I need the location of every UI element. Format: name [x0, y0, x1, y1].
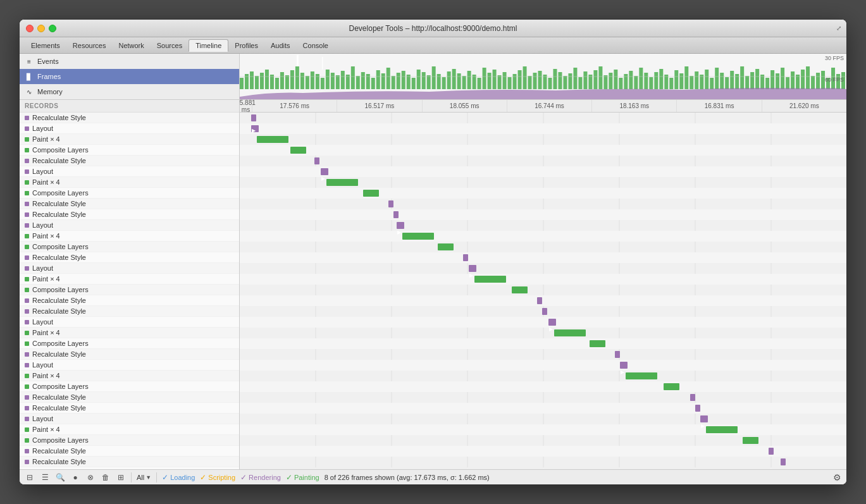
svg-rect-140 — [240, 338, 846, 349]
legend-loading[interactable]: ✓ Loading — [162, 473, 195, 482]
record-row-31: Recalculate Style — [20, 446, 239, 457]
svg-rect-48 — [473, 75, 476, 89]
record-dot-28 — [25, 417, 29, 421]
svg-rect-114 — [806, 66, 810, 89]
minimize-button[interactable] — [37, 25, 45, 32]
svg-text:▶: ▶ — [252, 128, 256, 133]
filter-select[interactable]: All ▼ — [137, 474, 151, 481]
search-icon[interactable]: 🔍 — [55, 472, 65, 482]
svg-rect-43 — [447, 71, 451, 89]
svg-rect-3 — [245, 74, 249, 89]
svg-rect-20 — [331, 73, 335, 89]
svg-rect-154 — [326, 179, 358, 186]
filter-arrow-icon: ▼ — [145, 474, 151, 481]
svg-rect-182 — [706, 426, 738, 433]
svg-rect-30 — [381, 73, 385, 89]
svg-rect-75 — [609, 73, 612, 89]
record-dot-14 — [25, 266, 29, 271]
detail-icon[interactable]: ⊞ — [116, 472, 126, 482]
record-row-15: Paint × 4 — [20, 274, 239, 285]
timeline-rows[interactable]: ▶ ▶ — [240, 113, 846, 469]
record-dot-20 — [25, 331, 29, 335]
tab-sources[interactable]: Sources — [151, 40, 189, 51]
svg-rect-79 — [629, 71, 633, 89]
svg-rect-51 — [488, 73, 492, 89]
call-stack-icon[interactable]: ☰ — [40, 472, 50, 482]
record-row-9: Recalculate Style — [20, 209, 239, 220]
close-button[interactable] — [26, 25, 34, 32]
view-mode-memory[interactable]: ∿ Memory — [20, 84, 239, 99]
legend-rendering-label: Rendering — [249, 474, 281, 481]
svg-rect-40 — [432, 66, 436, 89]
legend-painting[interactable]: ✓ Painting — [286, 473, 319, 482]
svg-rect-71 — [588, 75, 592, 89]
gear-icon[interactable]: ⚙ — [833, 472, 841, 482]
svg-rect-52 — [493, 70, 497, 89]
svg-rect-77 — [619, 78, 622, 89]
record-label-19: Layout — [32, 318, 53, 326]
svg-rect-98 — [725, 77, 729, 89]
tab-profiles[interactable]: Profiles — [228, 40, 264, 51]
record-label-13: Recalculate Style — [32, 254, 86, 261]
record-label-1: Layout — [32, 125, 53, 132]
svg-rect-163 — [469, 265, 476, 272]
record-label-17: Recalculate Style — [32, 297, 86, 304]
clear-icon[interactable]: 🗑 — [101, 472, 111, 482]
record-row-20: Paint × 4 — [20, 328, 239, 338]
tab-elements[interactable]: Elements — [25, 40, 66, 51]
svg-rect-73 — [598, 66, 602, 89]
record-dot-18 — [25, 309, 29, 314]
record-label-30: Composite Layers — [32, 436, 89, 444]
tab-console[interactable]: Console — [297, 40, 335, 51]
tab-network[interactable]: Network — [112, 40, 150, 51]
svg-rect-169 — [548, 319, 556, 326]
stop-icon[interactable]: ⊗ — [85, 472, 96, 482]
legend-rendering[interactable]: ✓ Rendering — [240, 473, 281, 482]
svg-rect-166 — [512, 286, 528, 293]
svg-rect-28 — [371, 78, 375, 89]
svg-rect-97 — [720, 73, 724, 89]
timeline-content: 15.881 ms 17.576 ms 16.517 ms 18.055 ms … — [240, 100, 846, 469]
svg-rect-65 — [558, 72, 562, 89]
svg-rect-25 — [356, 76, 360, 89]
painting-check-icon: ✓ — [286, 473, 292, 482]
svg-rect-108 — [776, 73, 779, 89]
tab-audits[interactable]: Audits — [264, 40, 297, 51]
svg-rect-143 — [240, 403, 846, 414]
svg-rect-149 — [257, 136, 288, 143]
svg-rect-167 — [537, 297, 542, 304]
expand-icon[interactable]: ⤢ — [836, 25, 841, 32]
record-dot-30 — [25, 438, 29, 443]
svg-rect-23 — [346, 75, 350, 89]
separator-2 — [156, 472, 157, 482]
svg-rect-8 — [270, 75, 274, 89]
record-dot-26 — [25, 395, 29, 400]
svg-rect-132 — [240, 166, 846, 177]
svg-rect-110 — [786, 77, 789, 89]
svg-rect-14 — [300, 73, 304, 89]
legend-scripting[interactable]: ✓ Scripting — [200, 473, 235, 482]
svg-rect-63 — [548, 78, 552, 89]
record-row-5: Layout — [20, 166, 239, 177]
tab-resources[interactable]: Resources — [66, 40, 113, 51]
svg-rect-144 — [240, 424, 846, 435]
records-section-header: RECORDS — [20, 100, 239, 113]
tab-timeline[interactable]: Timeline — [189, 39, 228, 52]
svg-rect-27 — [366, 74, 370, 89]
col-time-2: 16.517 ms — [337, 100, 421, 112]
record-circle-icon[interactable]: ● — [70, 472, 80, 482]
svg-rect-13 — [295, 66, 299, 89]
svg-rect-83 — [649, 77, 653, 89]
view-mode-frames[interactable]: ▊ Frames — [20, 69, 239, 84]
col-time-7: 21.620 ms — [762, 100, 846, 112]
view-mode-events[interactable]: ≡ Events — [20, 54, 239, 69]
legend-scripting-label: Scripting — [208, 474, 235, 481]
svg-text:▶: ▶ — [621, 369, 625, 375]
svg-rect-173 — [615, 351, 620, 358]
svg-rect-84 — [654, 72, 658, 89]
record-label-12: Composite Layers — [32, 243, 89, 250]
memory-icon: ∿ — [25, 89, 34, 95]
fullscreen-button[interactable] — [49, 25, 56, 32]
record-dot-11 — [25, 234, 29, 238]
record-icon[interactable]: ⊟ — [25, 472, 35, 482]
